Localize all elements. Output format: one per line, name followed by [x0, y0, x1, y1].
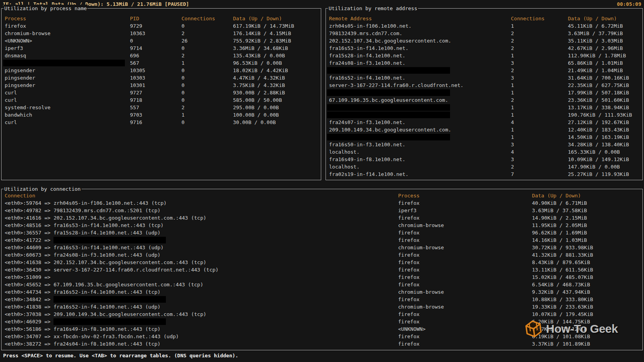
cell-connections: 26 [181, 37, 233, 44]
remote-address-row: localhost.2147.90KiB / 0.00B [329, 163, 642, 170]
cell-address: 67.109.196.35.bc.googleusercontent.com. [329, 96, 511, 104]
connection-row: <eth0>:56186 => fra16s49-in-f8.1e100.net… [5, 325, 642, 333]
remote-address-row: 221.49KiB / 1.04MiB [329, 67, 642, 74]
remote-address-row: fra16s49-in-f8.1e100.net.310.09KiB / 149… [329, 156, 642, 163]
cell-data: 147.90KiB / 0.00B [568, 163, 642, 170]
connection-row: <eth0>:44734 => fra16s52-in-f4.1e100.net… [5, 288, 642, 296]
cell-data: 3.63MiB / 37.79KiB [568, 30, 642, 37]
cell-data: 23.36KiB / 501.60KiB [568, 96, 642, 104]
process-row: pingsender1030103.75KiB / 4.32KiB [5, 82, 321, 89]
cell-data: 165.33KiB / 0.00B [568, 148, 642, 156]
cell-process: bandwhich [5, 111, 130, 119]
process-row: dnsmasq6962135.43KiB / 0.00B [5, 52, 321, 59]
cell-process: firefox [398, 266, 532, 273]
connection-table-header: Connection Process Data (Up / Down) [5, 192, 642, 199]
remote-address-row: zrh04s05-in-f106.1e100.net.145.11KiB / 6… [329, 22, 642, 30]
cell-process: iperf3 [398, 207, 532, 214]
cell-process: firefox [398, 251, 532, 259]
redacted-black-box [327, 104, 450, 111]
cell-connections: 2 [181, 30, 233, 37]
cell-data: 14.50KiB / 163.19KiB [568, 133, 642, 141]
cell-address: localhost. [329, 148, 511, 156]
cell-data: 13.11KiB / 611.56KiB [532, 266, 642, 273]
cell-pid: 0 [130, 37, 181, 44]
cell-connections: 1 [181, 111, 233, 119]
cell-connections: 3 [511, 156, 568, 163]
cell-process: chromium-browse [5, 30, 130, 37]
cell-data: 8.43KiB / 879.65KiB [532, 259, 642, 266]
cell-process: firefox [398, 236, 532, 244]
panel-title-remote: Utilization by remote address [328, 5, 418, 12]
cell-data: 13.17KiB / 338.94KiB [568, 104, 642, 111]
cell-data: 30.72KiB / 933.98KiB [532, 244, 642, 251]
cell-process: firefox [398, 273, 532, 281]
cell-connections: 0 [181, 89, 233, 96]
cell-address: fra24s08-in-f3.1e100.net. [329, 59, 511, 67]
cell-address [329, 133, 511, 141]
column-header-pid: PID [130, 15, 181, 22]
cell-address: server-3-167-227-114.fra60.r.cloudfront.… [329, 82, 511, 89]
cell-data: 35.11KiB / 3.03MiB [568, 37, 642, 44]
remote-address-row: 209.100.149.34.bc.googleusercontent.com.… [329, 126, 642, 133]
cell-data: 30.00B / 0.00B [233, 119, 321, 126]
column-header-connections: Connections [181, 15, 233, 22]
cell-connections: 0 [181, 82, 233, 89]
cell-process: firefox [398, 229, 532, 236]
cell-connections: 2 [181, 52, 233, 59]
cell-data: 10.07KiB / 179.45KiB [532, 311, 642, 318]
cell-process: firefox [398, 318, 532, 325]
cell-address: fra24s07-in-f3.1e100.net. [329, 119, 511, 126]
cell-connections: 2 [511, 96, 568, 104]
cell-address: fra02s19-in-f14.1e100.net. [329, 170, 511, 178]
cell-connections: 3 [511, 59, 568, 67]
remote-address-row: 1190.76KiB / 111.93KiB [329, 111, 642, 119]
cell-connections: 4 [511, 148, 568, 156]
cell-data: 3.75KiB / 4.32KiB [233, 82, 321, 89]
cell-process: <UNKNOWN> [5, 37, 130, 44]
connection-row: <eth0>:49782 => 798132439.mrs.cdn77.com.… [5, 207, 642, 214]
redacted-black-box [327, 67, 450, 74]
column-header-connections: Connections [511, 15, 568, 22]
cell-data: 40.90KiB / 6.71MiB [532, 199, 642, 207]
connection-row: <eth0>:45652 => 67.109.196.35.bc.googleu… [5, 281, 642, 288]
cell-local-remote: <eth0>:49782 => 798132439.mrs.cdn77.com.… [5, 207, 398, 214]
connection-row: <eth0>:36430 => server-3-167-227-114.fra… [5, 266, 642, 273]
remote-address-row: 798132439.mrs.cdn77.com.23.63MiB / 37.79… [329, 30, 642, 37]
cell-process: firefox [398, 214, 532, 222]
cell-process: firefox [398, 340, 532, 348]
process-row: firefox97290617.19KiB / 14.73MiB [5, 22, 321, 30]
connection-row: <eth0>:46029 => firefox6.20KiB / 144.75K… [5, 318, 642, 325]
remote-table-header: Remote Address Connections Data (Up / Do… [329, 15, 642, 22]
cell-address [329, 67, 511, 74]
cell-data: 96.62KiB / 1.69MiB [532, 229, 642, 236]
remote-address-row: fra16s53-in-f14.1e100.net.242.67KiB / 2.… [329, 44, 642, 52]
remote-address-row: 117.99KiB / 507.18KiB [329, 89, 642, 96]
remote-address-row: 114.50KiB / 163.19KiB [329, 133, 642, 141]
cell-pid: 9727 [130, 89, 181, 96]
panel-title-process: Utilization by process name [4, 5, 87, 12]
cell-process: pingsender [5, 82, 130, 89]
cell-data: 930.00B / 2.88KiB [233, 89, 321, 96]
cell-local-remote: <eth0>:56186 => fra16s49-in-f8.1e100.net… [5, 325, 398, 333]
panel-utilization-by-connection: Utilization by connection Connection Pro… [1, 189, 643, 350]
column-header-data: Data (Up / Down) [532, 192, 642, 199]
cell-pid: 10363 [130, 30, 181, 37]
connection-row: <eth0>:51009 => firefox15.02KiB / 485.07… [5, 273, 642, 281]
footer-help-text: Press <SPACE> to resume. Use <TAB> to re… [3, 353, 238, 358]
cell-pid: 9716 [130, 119, 181, 126]
remote-address-row: 67.109.196.35.bc.googleusercontent.com.2… [329, 96, 642, 104]
cell-connections: 1 [511, 133, 568, 141]
cell-local-remote: <eth0>:45652 => 67.109.196.35.bc.googleu… [5, 281, 398, 288]
cell-connections: 2 [511, 30, 568, 37]
cell-process: systemd-resolve [5, 104, 130, 111]
cell-pid: 9729 [130, 22, 181, 30]
cell-process: pingsender [5, 74, 130, 82]
cell-connections: 1 [511, 82, 568, 89]
cell-connections: 7 [511, 170, 568, 178]
cell-local-remote: <eth0>:41722 => [5, 236, 398, 244]
connection-row: <eth0>:38272 => fra24s04-in-f8.1e100.net… [5, 340, 642, 348]
cell-data: 41.32KiB / 881.33KiB [532, 251, 642, 259]
top-status-bar: IF: all | Total Data (Up / Down): 5.13Mi… [0, 0, 644, 8]
panel-title-connection: Utilization by connection [4, 185, 82, 193]
connection-table-body: <eth0>:59764 => zrh04s05-in-f106.1e100.n… [5, 199, 642, 348]
